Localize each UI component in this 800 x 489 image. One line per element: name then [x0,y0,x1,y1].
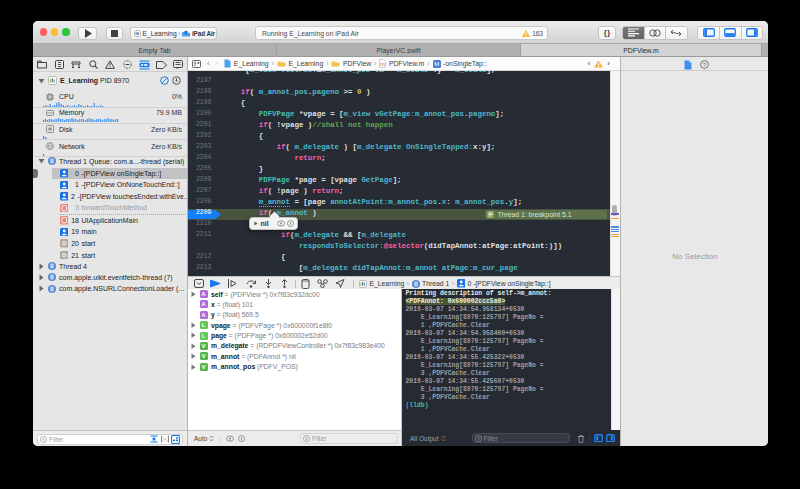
svg-text:m: m [381,61,386,67]
svg-text:M: M [434,61,439,67]
svg-text:?: ? [703,62,707,68]
